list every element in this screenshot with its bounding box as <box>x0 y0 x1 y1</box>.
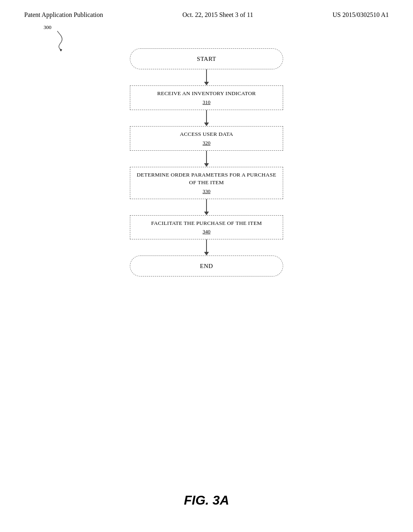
header-right: US 2015/0302510 A1 <box>332 11 389 19</box>
flowchart: START RECEIVE AN INVENTORY INDICATOR 310… <box>118 48 295 276</box>
step-310-number: 310 <box>202 99 211 106</box>
step-330-text: DETERMINE ORDER PARAMETERS FOR A PURCHAS… <box>134 171 279 187</box>
connector-5 <box>204 239 209 256</box>
header-left: Patent Application Publication <box>24 11 103 19</box>
svg-marker-0 <box>60 49 62 51</box>
connector-2 <box>204 110 209 126</box>
start-terminal: START <box>130 48 283 69</box>
step-320-box: ACCESS USER DATA 320 <box>130 126 283 151</box>
connector-1 <box>204 69 209 85</box>
header-center: Oct. 22, 2015 Sheet 3 of 11 <box>182 11 253 19</box>
step-320-number: 320 <box>202 140 211 146</box>
step-330-number: 330 <box>202 188 211 195</box>
end-terminal: END <box>130 256 283 276</box>
connector-arrow-3 <box>204 163 209 167</box>
start-label: START <box>197 56 216 62</box>
connector-line-1 <box>206 69 207 82</box>
step-330-box: DETERMINE ORDER PARAMETERS FOR A PURCHAS… <box>130 167 283 199</box>
connector-3 <box>204 151 209 167</box>
connector-arrow-5 <box>204 252 209 256</box>
step-340-box: FACILITATE THE PURCHASE OF THE ITEM 340 <box>130 215 283 240</box>
figure-caption: FIG. 3A <box>184 493 229 508</box>
connector-line-5 <box>206 239 207 252</box>
connector-arrow-4 <box>204 212 209 215</box>
connector-line-4 <box>206 199 207 212</box>
connector-4 <box>204 199 209 215</box>
step-340-text: FACILITATE THE PURCHASE OF THE ITEM <box>151 220 262 227</box>
connector-arrow-2 <box>204 123 209 126</box>
step-320-text: ACCESS USER DATA <box>180 131 233 138</box>
step-340-number: 340 <box>202 229 211 235</box>
connector-arrow-1 <box>204 82 209 85</box>
step-310-box: RECEIVE AN INVENTORY INDICATOR 310 <box>130 85 283 110</box>
end-label: END <box>200 263 213 270</box>
page-header: Patent Application Publication Oct. 22, … <box>0 0 413 19</box>
figure-ref-label: 300 <box>44 24 52 31</box>
step-310-text: RECEIVE AN INVENTORY INDICATOR <box>157 90 256 98</box>
connector-line-3 <box>206 151 207 163</box>
connector-line-2 <box>206 110 207 123</box>
figure-ref-arrow <box>53 29 69 51</box>
